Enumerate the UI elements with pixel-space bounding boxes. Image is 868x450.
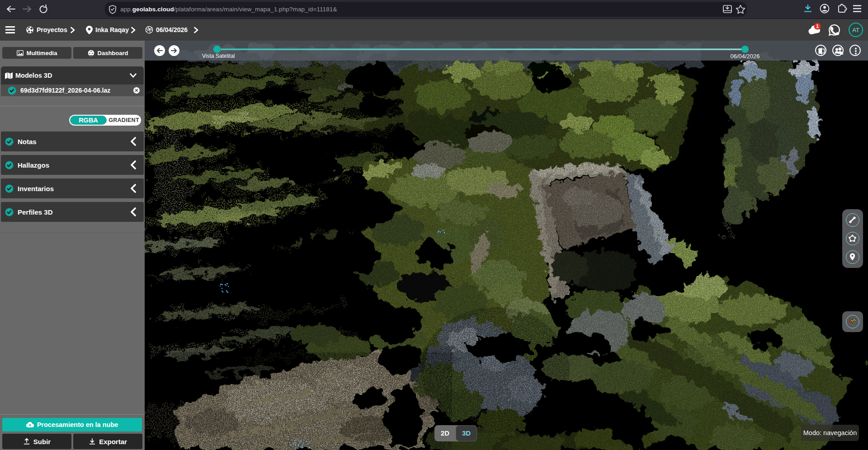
svg-text:Vista Satelital: Vista Satelital [202, 53, 235, 59]
svg-text:1: 1 [816, 23, 819, 29]
svg-text:06/04/2026: 06/04/2026 [730, 53, 760, 60]
